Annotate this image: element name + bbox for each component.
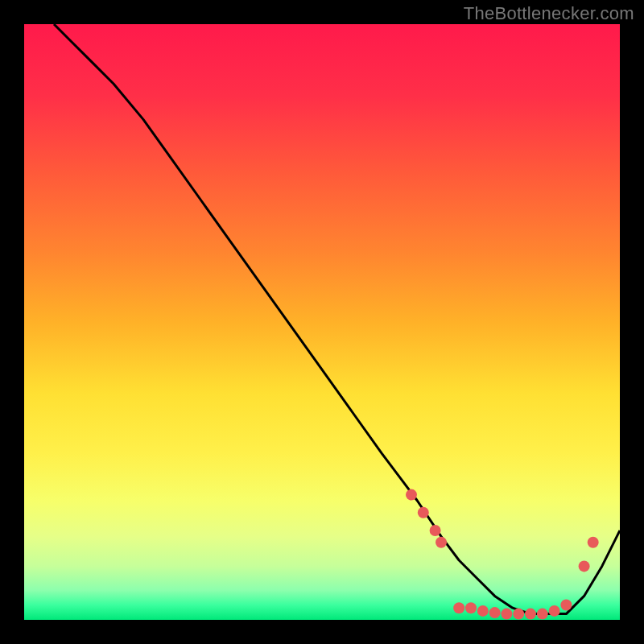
highlight-marker [513, 609, 524, 620]
highlight-marker [489, 607, 501, 618]
highlight-marker [579, 560, 590, 572]
highlight-marker [477, 605, 489, 617]
highlight-marker [501, 609, 512, 620]
highlight-marker [418, 507, 429, 518]
highlight-marker [436, 537, 447, 548]
highlight-marker [588, 537, 599, 548]
highlight-marker [406, 489, 417, 501]
highlight-marker [549, 605, 560, 617]
highlight-marker [430, 525, 441, 536]
highlight-marker [465, 602, 477, 613]
gradient-background [24, 24, 620, 620]
highlight-marker [537, 609, 548, 620]
highlight-marker [525, 609, 536, 620]
bottleneck-chart [0, 0, 644, 644]
highlight-marker [560, 600, 572, 611]
chart-frame: TheBottlenecker.com [0, 0, 644, 644]
highlight-marker [453, 602, 464, 613]
